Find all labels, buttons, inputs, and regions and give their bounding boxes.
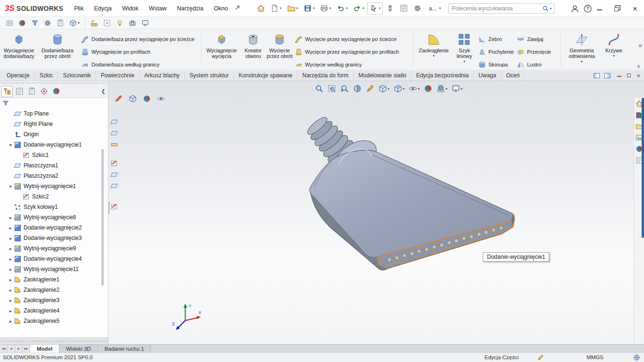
expand-arrow-icon[interactable]: ▸ <box>8 256 14 262</box>
tree-item[interactable]: ▾ Dodanie-wyciągnięcie1 <box>0 140 108 150</box>
menu-item[interactable]: Okno <box>209 3 232 14</box>
expand-arrow-icon[interactable]: ▸ <box>8 215 14 220</box>
dock-left-icon[interactable] <box>594 73 600 78</box>
new-document-button[interactable] <box>268 2 284 15</box>
part-cube-icon[interactable] <box>67 18 82 28</box>
tree-item[interactable]: ▸ Wytnij-wyciągnięcie8 <box>0 212 108 222</box>
rib-button[interactable]: Żebro <box>476 35 515 43</box>
expand-arrow-icon[interactable]: ▸ <box>8 319 14 324</box>
extruded-boss-button[interactable]: Wyciągnięcie dodania/bazy <box>2 30 36 70</box>
ribbon-collapse-icon[interactable]: ∧ <box>637 64 640 69</box>
command-tab[interactable]: Arkusz blachy <box>140 70 185 81</box>
ribbon-overflow-chevron[interactable]: » <box>638 41 642 49</box>
feature-manager-tab[interactable] <box>1 86 13 97</box>
design-binder-icon[interactable] <box>55 18 66 28</box>
system-options-icon[interactable] <box>42 18 53 28</box>
configuration-manager-tab[interactable] <box>26 86 37 97</box>
last-tab-icon[interactable]: ▸▸ <box>23 345 30 353</box>
draft-button[interactable]: Pochylenie <box>476 48 515 56</box>
panel-collapse-icon[interactable]: ❮ <box>99 87 107 95</box>
tree-scrollbar[interactable] <box>101 149 104 286</box>
close-document-icon[interactable]: × <box>636 73 640 79</box>
pin-menubar-icon[interactable] <box>233 4 242 12</box>
mirror-button[interactable]: Lustro <box>515 60 559 69</box>
wrap-button[interactable]: Zawijaj <box>515 35 559 43</box>
expand-arrow-icon[interactable]: ▸ <box>8 267 14 272</box>
command-tab[interactable]: Szkic <box>35 70 58 81</box>
sketch-grid-icon[interactable] <box>4 18 15 28</box>
rebuild-button[interactable] <box>384 2 396 15</box>
graphics-viewport[interactable]: Y X Z Dodanie-wyciągnięcie1 <box>108 81 644 344</box>
menu-item[interactable]: Widok <box>118 3 143 14</box>
expand-arrow-icon[interactable]: ▸ <box>8 288 14 293</box>
tree-item[interactable]: Origin <box>0 129 108 140</box>
tree-item[interactable]: ▸ Zaokrąglenie1 <box>0 274 108 285</box>
command-tab[interactable]: Oceń <box>501 70 525 81</box>
tree-item[interactable]: ▸ Dodanie-wyciągnięcie3 <box>0 233 108 243</box>
tree-item[interactable]: Szkic2 <box>0 191 108 202</box>
filter-funnel-icon[interactable] <box>2 100 9 107</box>
next-tab-icon[interactable]: ▸ <box>15 345 23 353</box>
expand-arrow-icon[interactable]: ▾ <box>8 184 14 189</box>
home-button[interactable] <box>255 2 267 15</box>
reference-geometry-button[interactable]: Geometria odniesienia <box>562 30 601 70</box>
search-icon[interactable] <box>542 5 549 12</box>
swept-cut-button[interactable]: Wycięcie przez wyciągnięcie po ścieżce <box>293 35 412 43</box>
print-button[interactable] <box>318 2 333 15</box>
document-tab[interactable]: Badanie ruchu 1 <box>98 345 151 353</box>
search-dropdown-icon[interactable]: ▾ <box>550 7 552 11</box>
command-tab[interactable]: Modelowanie siatki <box>354 70 411 81</box>
tree-item[interactable]: ▸ Zaokrąglenie5 <box>0 316 108 326</box>
tree-item[interactable]: Szyk kołowy1 <box>0 202 108 212</box>
tree-item[interactable]: ▸ Zaokrąglenie2 <box>0 285 108 295</box>
units-label[interactable]: MMGS <box>586 354 603 360</box>
tree-item[interactable]: Szkic1 <box>0 150 108 160</box>
restore-document-icon[interactable] <box>627 74 631 77</box>
expand-arrow-icon[interactable]: ▸ <box>8 308 14 313</box>
dimxpert-manager-tab[interactable] <box>38 86 50 97</box>
lights-bulb-icon[interactable] <box>114 18 125 28</box>
fillet-button[interactable]: Zaokrąglenie <box>415 30 453 70</box>
restore-button[interactable] <box>608 0 626 17</box>
revolved-cut-button[interactable]: Wycięcie przez obrót <box>266 30 293 70</box>
property-manager-tab[interactable] <box>14 86 25 97</box>
open-button[interactable] <box>285 2 300 15</box>
status-globe-icon[interactable] <box>633 354 640 362</box>
tree-item[interactable]: ▸ Zaokrąglenie4 <box>0 305 108 316</box>
document-tab[interactable]: Model <box>30 345 59 353</box>
first-tab-icon[interactable]: ◂◂ <box>0 345 8 353</box>
task-pane-active-strip[interactable] <box>642 98 644 238</box>
intersect-button[interactable]: Przecięcie <box>515 48 559 56</box>
expand-arrow-icon[interactable]: ▾ <box>8 142 14 148</box>
revolved-boss-button[interactable]: Dodanie/baza przez obrót <box>36 30 79 70</box>
expand-arrow-icon[interactable]: ▸ <box>8 236 14 241</box>
command-tab[interactable]: Uwaga <box>474 70 501 81</box>
selection-filter-icon[interactable] <box>29 18 41 28</box>
display-monitor-icon[interactable] <box>140 18 151 28</box>
swept-boss-button[interactable]: Dodanie/baza przez wyciągnięcie po ścież… <box>79 35 200 43</box>
expand-arrow-icon[interactable]: ▸ <box>8 298 14 303</box>
options-gear-button[interactable] <box>411 2 424 15</box>
panel-grip[interactable] <box>0 81 108 85</box>
user-account-icon[interactable] <box>570 4 579 13</box>
extruded-cut-button[interactable]: Wyciągnięcie wycięcia <box>203 30 240 70</box>
tree-item[interactable]: Płaszczyzna1 <box>0 160 108 171</box>
tree-item[interactable]: ▸ Wytnij-wyciągnięcie9 <box>0 243 108 254</box>
menu-item[interactable]: Narzędzia <box>173 3 207 14</box>
expand-arrow-icon[interactable]: ▸ <box>8 225 14 230</box>
hole-wizard-button[interactable]: Kreator otworu <box>240 30 266 70</box>
close-button[interactable]: × <box>626 0 644 17</box>
menu-item[interactable]: Plik <box>70 3 88 14</box>
linear-pattern-button[interactable]: Szyk liniowy <box>453 30 476 70</box>
tree-item[interactable]: Right Plane <box>0 119 108 129</box>
section-frame-icon[interactable] <box>101 18 113 28</box>
menu-item[interactable]: Wstaw <box>145 3 171 14</box>
tree-item[interactable]: ▸ Dodanie-wyciągnięcie2 <box>0 222 108 233</box>
prev-tab-icon[interactable]: ◂ <box>8 345 15 353</box>
appearance-menu-button[interactable]: a... <box>425 2 443 15</box>
select-cursor-button[interactable] <box>367 2 383 15</box>
file-properties-button[interactable] <box>397 2 410 15</box>
minimize-button[interactable] <box>590 0 608 17</box>
command-tab[interactable]: Szkicownik <box>58 70 96 81</box>
menu-item[interactable]: Edycja <box>90 3 116 14</box>
